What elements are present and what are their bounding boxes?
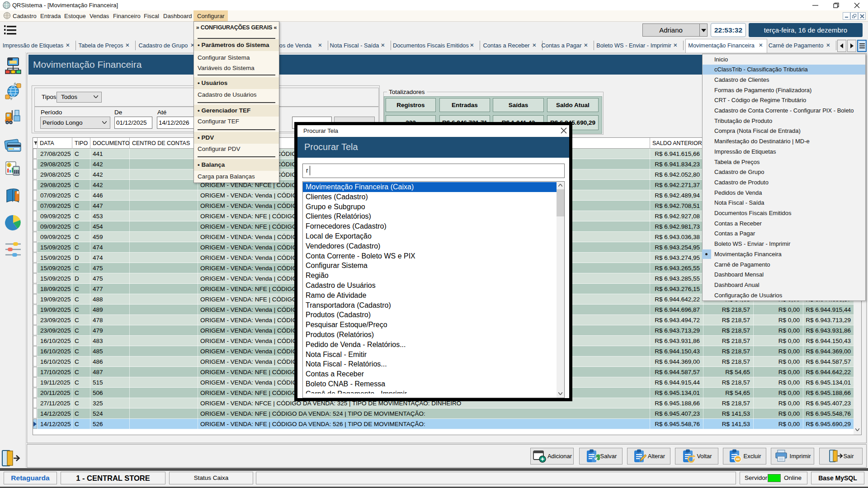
svg-text:$: $ [8, 163, 10, 167]
